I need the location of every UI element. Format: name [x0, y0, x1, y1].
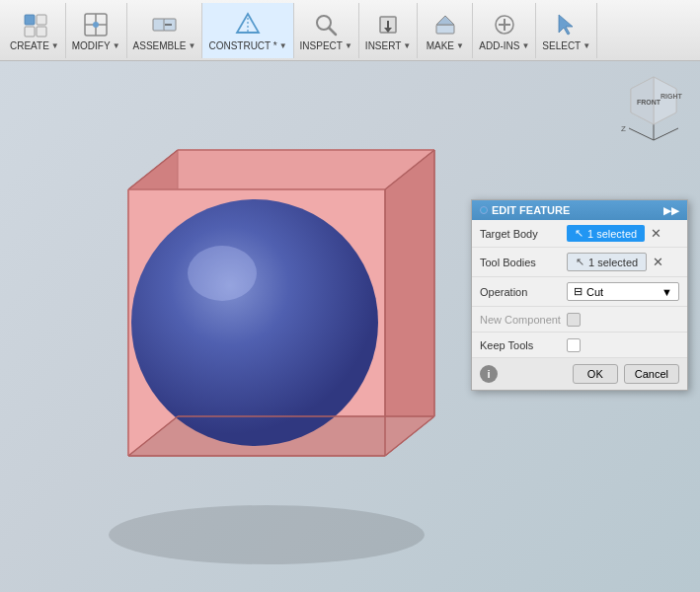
new-component-checkbox[interactable] — [567, 313, 581, 327]
tool-bodies-badge[interactable]: ↖ 1 selected — [567, 253, 647, 271]
toolbar: CREATE▼ MODIFY▼ ASSEMBLE▼ — [0, 0, 700, 61]
edit-feature-panel: EDIT FEATURE ▶▶ Target Body ↖ 1 selected… — [471, 199, 688, 391]
svg-marker-20 — [436, 16, 454, 25]
svg-point-25 — [109, 505, 425, 564]
cursor-icon-2: ↖ — [576, 256, 584, 268]
panel-title: EDIT FEATURE — [492, 204, 570, 216]
svg-point-33 — [131, 199, 378, 446]
keep-tools-label: Keep Tools — [480, 339, 567, 351]
operation-label: Operation — [480, 286, 567, 298]
target-body-row: Target Body ↖ 1 selected ✕ — [472, 220, 687, 248]
svg-rect-0 — [25, 15, 35, 25]
create-icon — [19, 9, 50, 40]
toolbar-modify[interactable]: MODIFY▼ — [66, 3, 127, 58]
cut-icon: ⊟ — [574, 285, 583, 298]
svg-text:RIGHT: RIGHT — [661, 93, 683, 100]
make-icon — [429, 9, 461, 40]
operation-value: ⊟ Cut ▼ — [567, 282, 679, 301]
dropdown-arrow: ▼ — [661, 286, 672, 298]
create-label: CREATE▼ — [10, 40, 59, 51]
addins-icon — [489, 9, 520, 40]
cursor-icon: ↖ — [575, 227, 583, 240]
inspect-label: INSPECT▼ — [300, 40, 352, 51]
make-label: MAKE▼ — [427, 40, 464, 51]
assemble-label: ASSEMBLE▼ — [133, 40, 196, 51]
addins-label: ADD-INS▼ — [479, 40, 529, 51]
svg-point-45 — [188, 246, 257, 301]
viewcube[interactable]: Z FRONT RIGHT — [619, 69, 688, 138]
tool-bodies-label: Tool Bodies — [480, 257, 567, 268]
target-body-value: ↖ 1 selected ✕ — [567, 225, 679, 242]
tool-bodies-row: Tool Bodies ↖ 1 selected ✕ — [472, 248, 687, 277]
modify-label: MODIFY▼ — [72, 40, 120, 51]
svg-marker-24 — [559, 15, 573, 35]
toolbar-construct[interactable]: CONSTRUCT *▼ — [202, 3, 293, 58]
panel-dot — [480, 206, 488, 214]
target-body-clear[interactable]: ✕ — [649, 226, 663, 241]
toolbar-create[interactable]: CREATE▼ — [4, 3, 66, 58]
select-label: SELECT▼ — [542, 40, 590, 51]
toolbar-assemble[interactable]: ASSEMBLE▼ — [127, 3, 203, 58]
modify-icon — [80, 9, 112, 40]
new-component-row: New Component — [472, 307, 687, 333]
svg-text:Z: Z — [621, 124, 626, 133]
tool-bodies-value: ↖ 1 selected ✕ — [567, 253, 679, 271]
operation-dropdown[interactable]: ⊟ Cut ▼ — [567, 282, 679, 301]
panel-footer: i OK Cancel — [472, 358, 687, 390]
svg-line-46 — [629, 128, 654, 140]
target-body-badge[interactable]: ↖ 1 selected — [567, 225, 645, 242]
info-button[interactable]: i — [480, 365, 498, 383]
svg-rect-1 — [37, 15, 46, 25]
operation-row: Operation ⊟ Cut ▼ — [472, 277, 687, 307]
svg-rect-2 — [25, 27, 35, 37]
svg-rect-8 — [153, 19, 165, 31]
svg-point-7 — [93, 22, 99, 28]
toolbar-addins[interactable]: ADD-INS▼ — [473, 3, 536, 58]
ok-button[interactable]: OK — [573, 364, 618, 384]
svg-line-15 — [329, 28, 336, 35]
target-body-label: Target Body — [480, 228, 567, 240]
keep-tools-checkbox[interactable] — [567, 338, 581, 352]
svg-text:FRONT: FRONT — [637, 99, 661, 106]
toolbar-make[interactable]: MAKE▼ — [418, 3, 473, 58]
assemble-icon — [148, 9, 180, 40]
viewport[interactable]: Z FRONT RIGHT EDIT FEATURE ▶▶ Target Bod… — [0, 61, 700, 592]
panel-expand-icon[interactable]: ▶▶ — [663, 205, 679, 216]
inspect-icon — [310, 9, 342, 40]
svg-marker-28 — [385, 150, 434, 456]
toolbar-inspect[interactable]: INSPECT▼ — [294, 3, 359, 58]
svg-rect-19 — [436, 25, 454, 34]
tool-bodies-clear[interactable]: ✕ — [651, 255, 665, 269]
select-icon — [551, 9, 583, 40]
toolbar-select[interactable]: SELECT▼ — [536, 3, 597, 58]
svg-line-47 — [654, 128, 678, 140]
panel-header: EDIT FEATURE ▶▶ — [472, 200, 687, 220]
insert-icon — [372, 9, 404, 40]
keep-tools-row: Keep Tools — [472, 333, 687, 358]
new-component-label: New Component — [480, 314, 567, 326]
insert-label: INSERT▼ — [365, 40, 411, 51]
construct-icon — [232, 9, 264, 40]
svg-rect-3 — [37, 27, 46, 37]
toolbar-insert[interactable]: INSERT▼ — [359, 3, 418, 58]
construct-label: CONSTRUCT *▼ — [208, 40, 286, 51]
cancel-button[interactable]: Cancel — [624, 364, 679, 384]
